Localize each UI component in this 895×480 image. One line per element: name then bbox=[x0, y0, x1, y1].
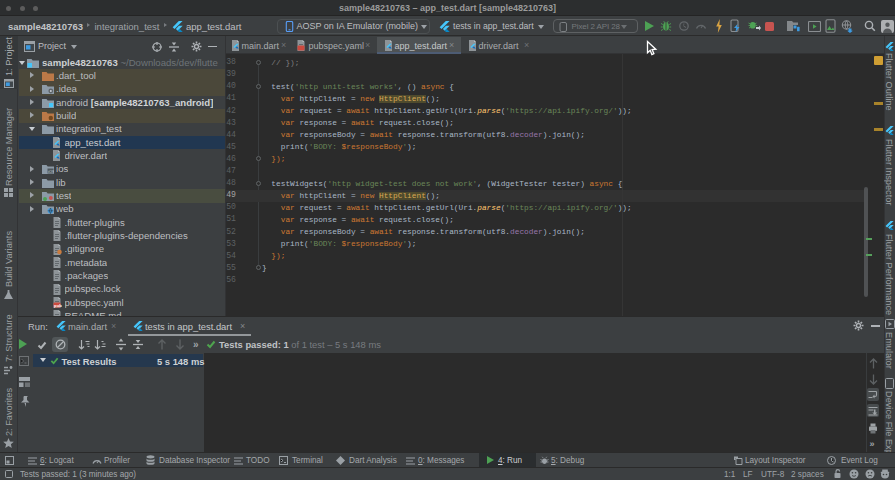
svg-text:pub: pub bbox=[54, 303, 62, 308]
svg-text:iOS: iOS bbox=[48, 169, 54, 174]
